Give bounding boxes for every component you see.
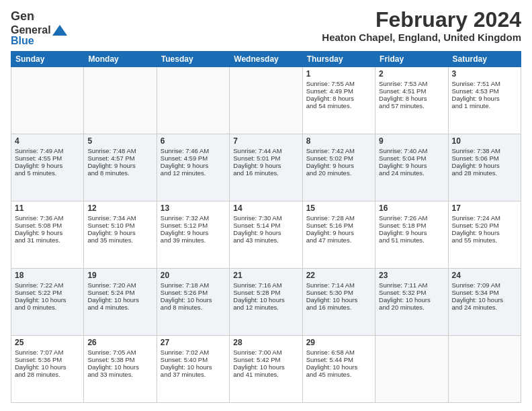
header-cell-wednesday: Wednesday (230, 52, 302, 67)
day-info: Sunset: 5:44 PM (306, 356, 371, 363)
day-info: Daylight: 10 hours (87, 296, 152, 304)
day-info: Sunset: 5:38 PM (87, 356, 152, 363)
day-info: Daylight: 10 hours (15, 363, 80, 371)
day-info: Daylight: 10 hours (15, 296, 80, 304)
day-number: 25 (15, 338, 80, 347)
header-row: SundayMondayTuesdayWednesdayThursdayFrid… (11, 52, 521, 67)
day-cell (230, 67, 302, 134)
day-number: 19 (87, 271, 152, 280)
day-info: Sunrise: 7:16 AM (233, 281, 298, 289)
day-info: Sunrise: 7:49 AM (15, 147, 80, 154)
day-info: Daylight: 9 hours (306, 229, 371, 236)
day-info: Sunrise: 7:44 AM (233, 147, 298, 154)
day-number: 15 (306, 203, 371, 213)
day-number: 27 (161, 338, 226, 347)
day-cell: 23Sunrise: 7:11 AMSunset: 5:32 PMDayligh… (375, 269, 448, 336)
day-cell: 11Sunrise: 7:36 AMSunset: 5:08 PMDayligh… (11, 201, 84, 269)
day-info: Daylight: 9 hours (452, 95, 517, 102)
day-number: 28 (233, 338, 298, 347)
day-cell: 8Sunrise: 7:42 AMSunset: 5:02 PMDaylight… (302, 134, 375, 201)
day-info: and 47 minutes. (306, 236, 371, 244)
title-area: February 2024 Heaton Chapel, England, Un… (322, 8, 521, 43)
day-info: Sunrise: 7:28 AM (306, 214, 371, 222)
day-info: Daylight: 10 hours (233, 363, 298, 371)
day-cell: 12Sunrise: 7:34 AMSunset: 5:10 PMDayligh… (84, 201, 157, 269)
day-info: Sunset: 5:04 PM (379, 154, 444, 162)
day-info: Sunrise: 7:40 AM (379, 147, 444, 154)
day-number: 13 (161, 203, 226, 213)
day-info: and 20 minutes. (306, 169, 371, 177)
day-info: Daylight: 9 hours (379, 229, 444, 236)
day-info: Sunrise: 7:14 AM (306, 281, 371, 289)
day-info: Sunrise: 7:32 AM (161, 214, 226, 222)
day-info: Sunrise: 6:58 AM (306, 349, 371, 356)
day-number: 8 (306, 136, 371, 146)
day-info: Daylight: 9 hours (233, 162, 298, 169)
day-info: Sunrise: 7:51 AM (452, 80, 517, 87)
day-cell: 1Sunrise: 7:55 AMSunset: 4:49 PMDaylight… (302, 67, 375, 134)
day-info: and 31 minutes. (15, 236, 80, 244)
day-info: and 5 minutes. (15, 169, 80, 177)
day-cell: 29Sunrise: 6:58 AMSunset: 5:44 PMDayligh… (302, 336, 375, 403)
day-cell: 18Sunrise: 7:22 AMSunset: 5:22 PMDayligh… (11, 269, 84, 336)
day-number: 16 (379, 203, 444, 213)
day-info: Sunset: 5:02 PM (306, 154, 371, 162)
day-info: Sunrise: 7:26 AM (379, 214, 444, 222)
day-number: 24 (452, 271, 517, 280)
day-info: Sunset: 5:06 PM (452, 154, 517, 162)
svg-text:General: General (11, 9, 35, 23)
day-info: and 16 minutes. (233, 169, 298, 177)
day-info: Daylight: 10 hours (452, 296, 517, 304)
day-cell: 14Sunrise: 7:30 AMSunset: 5:14 PMDayligh… (230, 201, 302, 269)
header-cell-saturday: Saturday (448, 52, 521, 67)
day-cell (448, 336, 521, 403)
day-info: Daylight: 9 hours (87, 162, 152, 169)
day-info: and 28 minutes. (15, 371, 80, 378)
day-cell: 5Sunrise: 7:48 AMSunset: 4:57 PMDaylight… (84, 134, 157, 201)
week-row-3: 11Sunrise: 7:36 AMSunset: 5:08 PMDayligh… (11, 201, 521, 269)
day-info: Daylight: 9 hours (87, 229, 152, 236)
day-number: 22 (306, 271, 371, 280)
day-info: Sunrise: 7:00 AM (233, 349, 298, 356)
day-info: and 41 minutes. (233, 371, 298, 378)
calendar-table: SundayMondayTuesdayWednesdayThursdayFrid… (11, 51, 521, 403)
day-number: 2 (379, 69, 444, 79)
day-number: 11 (15, 203, 80, 213)
day-info: Sunset: 5:01 PM (233, 154, 298, 162)
day-cell: 19Sunrise: 7:20 AMSunset: 5:24 PMDayligh… (84, 269, 157, 336)
day-info: and 8 minutes. (161, 304, 226, 311)
day-info: Sunrise: 7:05 AM (87, 349, 152, 356)
day-info: Sunrise: 7:55 AM (306, 80, 371, 87)
day-info: Sunset: 5:18 PM (379, 222, 444, 229)
day-info: Sunrise: 7:18 AM (161, 281, 226, 289)
week-row-5: 25Sunrise: 7:07 AMSunset: 5:36 PMDayligh… (11, 336, 521, 403)
day-info: Sunrise: 7:20 AM (87, 281, 152, 289)
logo[interactable]: General General Blue (11, 8, 69, 47)
day-cell (11, 67, 84, 134)
day-number: 4 (15, 136, 80, 146)
day-info: and 51 minutes. (379, 236, 444, 244)
day-info: Daylight: 10 hours (161, 363, 226, 371)
day-info: and 28 minutes. (452, 169, 517, 177)
day-info: and 12 minutes. (161, 169, 226, 177)
day-info: and 0 minutes. (15, 304, 80, 311)
day-info: Daylight: 9 hours (233, 229, 298, 236)
day-number: 3 (452, 69, 517, 79)
day-cell: 20Sunrise: 7:18 AMSunset: 5:26 PMDayligh… (157, 269, 229, 336)
day-info: Sunrise: 7:53 AM (379, 80, 444, 87)
day-info: Sunset: 5:12 PM (161, 222, 226, 229)
day-cell: 3Sunrise: 7:51 AMSunset: 4:53 PMDaylight… (448, 67, 521, 134)
header-cell-friday: Friday (375, 52, 448, 67)
day-info: Daylight: 9 hours (15, 229, 80, 236)
day-cell: 4Sunrise: 7:49 AMSunset: 4:55 PMDaylight… (11, 134, 84, 201)
day-info: and 43 minutes. (233, 236, 298, 244)
day-cell: 21Sunrise: 7:16 AMSunset: 5:28 PMDayligh… (230, 269, 302, 336)
day-info: and 12 minutes. (233, 304, 298, 311)
day-info: Sunset: 5:34 PM (452, 289, 517, 296)
day-info: Sunset: 5:20 PM (452, 222, 517, 229)
day-info: Sunset: 5:10 PM (87, 222, 152, 229)
location: Heaton Chapel, England, United Kingdom (322, 32, 521, 43)
day-info: Sunrise: 7:24 AM (452, 214, 517, 222)
day-info: Daylight: 9 hours (15, 162, 80, 169)
day-number: 9 (379, 136, 444, 146)
